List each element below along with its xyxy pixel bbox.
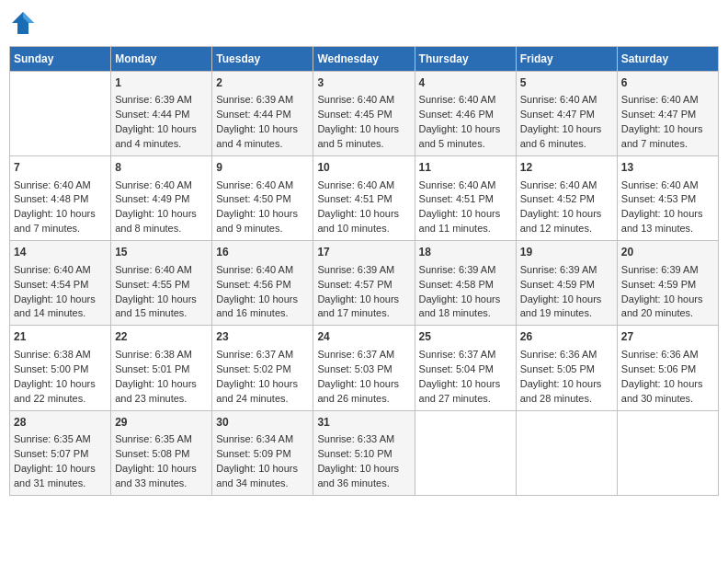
day-info: Sunrise: 6:39 AM Sunset: 4:44 PM Dayligh… [216, 94, 298, 149]
day-number: 1 [115, 75, 208, 91]
calendar-cell: 11Sunrise: 6:40 AM Sunset: 4:51 PM Dayli… [415, 156, 516, 241]
calendar-cell: 2Sunrise: 6:39 AM Sunset: 4:44 PM Daylig… [212, 72, 313, 156]
calendar-cell: 20Sunrise: 6:39 AM Sunset: 4:59 PM Dayli… [617, 241, 718, 326]
calendar-cell: 23Sunrise: 6:37 AM Sunset: 5:02 PM Dayli… [212, 326, 313, 410]
day-number: 21 [14, 329, 107, 345]
calendar-cell: 15Sunrise: 6:40 AM Sunset: 4:55 PM Dayli… [111, 241, 212, 326]
day-number: 9 [216, 160, 309, 176]
calendar-cell: 30Sunrise: 6:34 AM Sunset: 5:09 PM Dayli… [212, 410, 313, 495]
day-number: 17 [317, 245, 410, 260]
header-saturday: Saturday [617, 47, 718, 72]
calendar-cell [10, 72, 111, 156]
week-row-2: 7Sunrise: 6:40 AM Sunset: 4:48 PM Daylig… [10, 156, 719, 241]
day-number: 25 [419, 329, 512, 345]
day-info: Sunrise: 6:38 AM Sunset: 5:01 PM Dayligh… [115, 349, 197, 404]
day-info: Sunrise: 6:39 AM Sunset: 4:59 PM Dayligh… [621, 264, 703, 319]
day-info: Sunrise: 6:35 AM Sunset: 5:08 PM Dayligh… [115, 433, 197, 488]
day-info: Sunrise: 6:34 AM Sunset: 5:09 PM Dayligh… [216, 433, 298, 488]
header-sunday: Sunday [10, 47, 111, 72]
day-number: 22 [115, 329, 208, 345]
calendar-cell [516, 410, 617, 495]
day-number: 28 [14, 415, 107, 431]
calendar-table: SundayMondayTuesdayWednesdayThursdayFrid… [9, 46, 719, 496]
day-number: 14 [14, 245, 107, 260]
calendar-cell: 7Sunrise: 6:40 AM Sunset: 4:48 PM Daylig… [10, 156, 111, 241]
day-number: 4 [419, 75, 512, 91]
calendar-cell [617, 410, 718, 495]
header-friday: Friday [516, 47, 617, 72]
day-info: Sunrise: 6:37 AM Sunset: 5:03 PM Dayligh… [317, 349, 399, 404]
day-number: 5 [520, 75, 613, 91]
header-tuesday: Tuesday [212, 47, 313, 72]
day-info: Sunrise: 6:40 AM Sunset: 4:51 PM Dayligh… [317, 179, 399, 235]
calendar-cell: 28Sunrise: 6:35 AM Sunset: 5:07 PM Dayli… [10, 410, 111, 495]
day-number: 20 [621, 245, 714, 260]
calendar-cell: 29Sunrise: 6:35 AM Sunset: 5:08 PM Dayli… [111, 410, 212, 495]
week-row-1: 1Sunrise: 6:39 AM Sunset: 4:44 PM Daylig… [10, 72, 719, 156]
day-info: Sunrise: 6:40 AM Sunset: 4:50 PM Dayligh… [216, 179, 298, 235]
day-number: 15 [115, 245, 208, 260]
week-row-4: 21Sunrise: 6:38 AM Sunset: 5:00 PM Dayli… [10, 326, 719, 410]
day-info: Sunrise: 6:39 AM Sunset: 4:57 PM Dayligh… [317, 264, 399, 319]
day-info: Sunrise: 6:39 AM Sunset: 4:59 PM Dayligh… [520, 264, 602, 319]
day-info: Sunrise: 6:38 AM Sunset: 5:00 PM Dayligh… [14, 349, 96, 404]
calendar-cell: 24Sunrise: 6:37 AM Sunset: 5:03 PM Dayli… [313, 326, 415, 410]
day-number: 2 [216, 75, 309, 91]
calendar-cell: 22Sunrise: 6:38 AM Sunset: 5:01 PM Dayli… [111, 326, 212, 410]
day-info: Sunrise: 6:35 AM Sunset: 5:07 PM Dayligh… [14, 433, 96, 488]
day-info: Sunrise: 6:39 AM Sunset: 4:44 PM Dayligh… [115, 94, 197, 149]
week-row-5: 28Sunrise: 6:35 AM Sunset: 5:07 PM Dayli… [10, 410, 719, 495]
calendar-cell: 8Sunrise: 6:40 AM Sunset: 4:49 PM Daylig… [111, 156, 212, 241]
day-info: Sunrise: 6:36 AM Sunset: 5:05 PM Dayligh… [520, 349, 602, 404]
day-info: Sunrise: 6:40 AM Sunset: 4:46 PM Dayligh… [419, 94, 501, 149]
day-number: 30 [216, 415, 309, 431]
calendar-cell: 16Sunrise: 6:40 AM Sunset: 4:56 PM Dayli… [212, 241, 313, 326]
day-info: Sunrise: 6:40 AM Sunset: 4:54 PM Dayligh… [14, 264, 96, 319]
calendar-cell [415, 410, 516, 495]
logo-icon [9, 9, 37, 37]
day-number: 16 [216, 245, 309, 260]
day-info: Sunrise: 6:40 AM Sunset: 4:53 PM Dayligh… [621, 179, 703, 235]
calendar-cell: 5Sunrise: 6:40 AM Sunset: 4:47 PM Daylig… [516, 72, 617, 156]
header-thursday: Thursday [415, 47, 516, 72]
day-number: 19 [520, 245, 613, 260]
calendar-cell: 27Sunrise: 6:36 AM Sunset: 5:06 PM Dayli… [617, 326, 718, 410]
header-wednesday: Wednesday [313, 47, 415, 72]
day-info: Sunrise: 6:40 AM Sunset: 4:45 PM Dayligh… [317, 94, 399, 149]
calendar-cell: 14Sunrise: 6:40 AM Sunset: 4:54 PM Dayli… [10, 241, 111, 326]
day-info: Sunrise: 6:40 AM Sunset: 4:56 PM Dayligh… [216, 264, 298, 319]
calendar-cell: 12Sunrise: 6:40 AM Sunset: 4:52 PM Dayli… [516, 156, 617, 241]
day-number: 26 [520, 329, 613, 345]
day-info: Sunrise: 6:37 AM Sunset: 5:04 PM Dayligh… [419, 349, 501, 404]
day-info: Sunrise: 6:36 AM Sunset: 5:06 PM Dayligh… [621, 349, 703, 404]
day-info: Sunrise: 6:40 AM Sunset: 4:55 PM Dayligh… [115, 264, 197, 319]
calendar-cell: 31Sunrise: 6:33 AM Sunset: 5:10 PM Dayli… [313, 410, 415, 495]
calendar-cell: 21Sunrise: 6:38 AM Sunset: 5:00 PM Dayli… [10, 326, 111, 410]
header-monday: Monday [111, 47, 212, 72]
day-number: 18 [419, 245, 512, 260]
calendar-cell: 19Sunrise: 6:39 AM Sunset: 4:59 PM Dayli… [516, 241, 617, 326]
day-info: Sunrise: 6:37 AM Sunset: 5:02 PM Dayligh… [216, 349, 298, 404]
day-info: Sunrise: 6:40 AM Sunset: 4:47 PM Dayligh… [621, 94, 703, 149]
calendar-header-row: SundayMondayTuesdayWednesdayThursdayFrid… [10, 47, 719, 72]
logo [9, 9, 40, 37]
calendar-cell: 18Sunrise: 6:39 AM Sunset: 4:58 PM Dayli… [415, 241, 516, 326]
day-info: Sunrise: 6:40 AM Sunset: 4:48 PM Dayligh… [14, 179, 96, 235]
day-info: Sunrise: 6:40 AM Sunset: 4:52 PM Dayligh… [520, 179, 602, 235]
day-number: 31 [317, 415, 410, 431]
day-number: 8 [115, 160, 208, 176]
calendar-cell: 26Sunrise: 6:36 AM Sunset: 5:05 PM Dayli… [516, 326, 617, 410]
calendar-cell: 25Sunrise: 6:37 AM Sunset: 5:04 PM Dayli… [415, 326, 516, 410]
calendar-cell: 6Sunrise: 6:40 AM Sunset: 4:47 PM Daylig… [617, 72, 718, 156]
day-number: 13 [621, 160, 714, 176]
day-number: 6 [621, 75, 714, 91]
calendar-cell: 1Sunrise: 6:39 AM Sunset: 4:44 PM Daylig… [111, 72, 212, 156]
calendar-cell: 3Sunrise: 6:40 AM Sunset: 4:45 PM Daylig… [313, 72, 415, 156]
day-number: 12 [520, 160, 613, 176]
page-header [9, 9, 719, 37]
day-info: Sunrise: 6:40 AM Sunset: 4:51 PM Dayligh… [419, 179, 501, 235]
day-number: 23 [216, 329, 309, 345]
calendar-cell: 10Sunrise: 6:40 AM Sunset: 4:51 PM Dayli… [313, 156, 415, 241]
calendar-cell: 9Sunrise: 6:40 AM Sunset: 4:50 PM Daylig… [212, 156, 313, 241]
calendar-cell: 4Sunrise: 6:40 AM Sunset: 4:46 PM Daylig… [415, 72, 516, 156]
